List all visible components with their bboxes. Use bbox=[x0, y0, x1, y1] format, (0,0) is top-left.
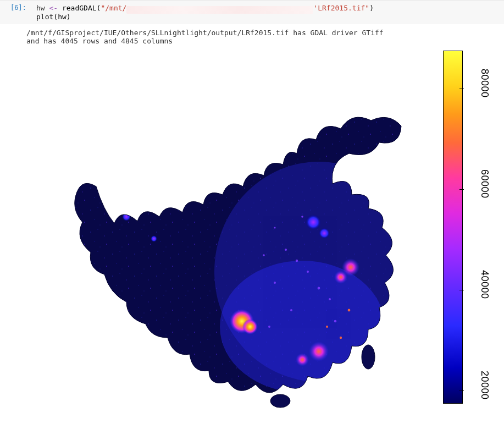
svg-point-20 bbox=[151, 235, 157, 242]
svg-point-22 bbox=[296, 259, 298, 261]
svg-point-17 bbox=[306, 215, 321, 230]
svg-point-24 bbox=[274, 282, 276, 284]
plot-output: 80000 60000 40000 20000 bbox=[5, 47, 500, 416]
svg-point-21 bbox=[285, 249, 287, 251]
code-token: hw bbox=[36, 4, 49, 12]
colorbar-tick-label: 80000 bbox=[479, 68, 491, 97]
redacted-path bbox=[126, 6, 313, 14]
colorbar-tick-label: 60000 bbox=[479, 169, 491, 198]
svg-point-30 bbox=[301, 216, 303, 218]
svg-point-25 bbox=[318, 287, 320, 289]
svg-point-34 bbox=[340, 336, 342, 338]
svg-point-14 bbox=[334, 271, 347, 284]
code-token: 'LRf2015.tif" bbox=[313, 4, 369, 12]
raster-map bbox=[44, 52, 407, 409]
colorbar-tick-label: 40000 bbox=[479, 270, 491, 299]
code-token: plot(hw) bbox=[36, 13, 71, 21]
code-token: readGDAL( bbox=[58, 4, 101, 12]
svg-point-33 bbox=[348, 309, 351, 311]
svg-point-37 bbox=[270, 394, 290, 408]
svg-point-27 bbox=[290, 309, 292, 311]
svg-point-28 bbox=[268, 326, 270, 328]
code-token: ) bbox=[369, 4, 374, 12]
svg-point-26 bbox=[329, 298, 331, 300]
svg-point-36 bbox=[362, 345, 375, 369]
stdout-output: /mnt/f/GISproject/IUE/Others/SLLnightlig… bbox=[0, 24, 504, 47]
code-cell: [6]: hw <- readGDAL("/mnt/'LRf2015.tif")… bbox=[0, 0, 504, 24]
output-line: /mnt/f/GISproject/IUE/Others/SLLnightlig… bbox=[26, 29, 384, 37]
svg-point-31 bbox=[274, 227, 275, 228]
svg-point-35 bbox=[326, 326, 328, 328]
svg-point-15 bbox=[309, 342, 329, 361]
code-token: <- bbox=[49, 4, 58, 12]
colorbar bbox=[443, 51, 462, 403]
output-line: and has 4045 rows and 4845 columns bbox=[26, 37, 173, 45]
svg-point-19 bbox=[122, 212, 131, 221]
svg-point-29 bbox=[334, 320, 337, 322]
colorbar-ticks: 80000 60000 40000 20000 bbox=[463, 51, 485, 403]
svg-point-32 bbox=[263, 254, 265, 256]
svg-point-12 bbox=[242, 319, 258, 334]
svg-point-18 bbox=[319, 228, 330, 239]
code-input[interactable]: hw <- readGDAL("/mnt/'LRf2015.tif") plot… bbox=[31, 1, 504, 24]
china-silhouette bbox=[44, 52, 407, 409]
colorbar-gradient bbox=[443, 51, 463, 404]
colorbar-tick-label: 20000 bbox=[479, 370, 491, 399]
svg-point-23 bbox=[307, 271, 309, 273]
svg-point-16 bbox=[296, 353, 309, 366]
cell-prompt: [6]: bbox=[0, 1, 31, 24]
code-token: "/mnt/ bbox=[101, 4, 126, 12]
